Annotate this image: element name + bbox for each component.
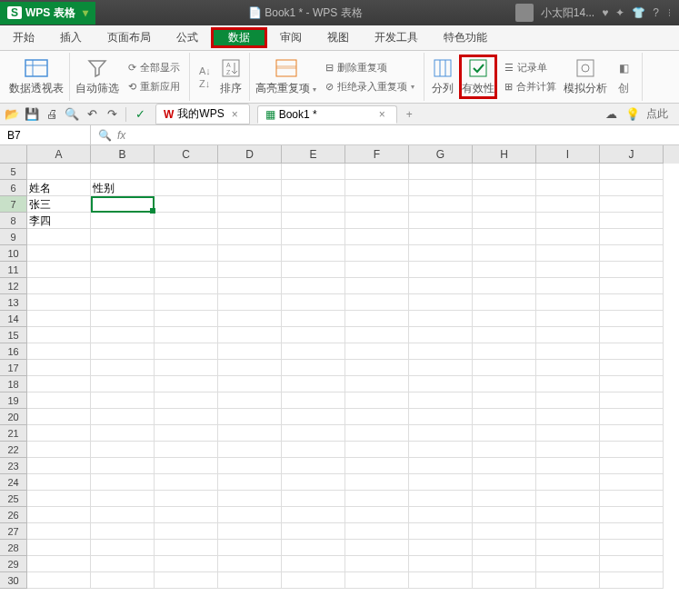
cell[interactable] (91, 278, 155, 294)
cell[interactable] (218, 442, 282, 458)
menu-start[interactable]: 开始 (0, 25, 47, 50)
cell[interactable] (91, 294, 155, 311)
cells-grid[interactable]: 姓名性别张三李四 (27, 164, 679, 616)
cell[interactable] (91, 540, 155, 556)
cell[interactable] (536, 442, 600, 458)
cell[interactable] (218, 425, 282, 442)
cell[interactable] (536, 245, 600, 262)
cell[interactable] (409, 376, 473, 392)
cell[interactable] (155, 392, 218, 409)
cell[interactable] (536, 229, 600, 245)
cell[interactable] (536, 458, 600, 474)
cell[interactable] (155, 213, 218, 229)
cell[interactable] (155, 523, 218, 540)
cell[interactable] (91, 229, 155, 245)
column-header[interactable]: I (536, 145, 600, 164)
cell[interactable] (155, 442, 218, 458)
cell[interactable] (27, 164, 91, 180)
row-header[interactable]: 18 (0, 376, 27, 392)
cell[interactable] (409, 245, 473, 262)
column-header[interactable]: J (600, 145, 664, 164)
add-tab-button[interactable]: + (401, 108, 418, 121)
cell[interactable] (282, 474, 345, 491)
cell[interactable] (155, 409, 218, 425)
cell[interactable] (600, 213, 664, 229)
row-header[interactable]: 13 (0, 294, 27, 311)
cell[interactable] (345, 442, 409, 458)
cell[interactable] (536, 327, 600, 343)
cell[interactable] (27, 245, 91, 262)
cell[interactable] (600, 229, 664, 245)
cell[interactable] (536, 425, 600, 442)
column-header[interactable]: C (155, 145, 218, 164)
cell[interactable] (218, 278, 282, 294)
cell[interactable] (473, 180, 536, 196)
cell[interactable] (155, 360, 218, 376)
cell[interactable] (600, 491, 664, 507)
cell[interactable] (282, 540, 345, 556)
cell[interactable] (218, 491, 282, 507)
cell[interactable] (91, 507, 155, 523)
cell[interactable] (218, 556, 282, 572)
cell[interactable] (409, 229, 473, 245)
cell[interactable] (282, 245, 345, 262)
cell[interactable] (600, 458, 664, 474)
cell[interactable] (473, 294, 536, 311)
cell[interactable] (218, 360, 282, 376)
cell[interactable] (282, 262, 345, 278)
whatif-button[interactable]: 模拟分析 (564, 57, 607, 96)
cell[interactable] (600, 196, 664, 213)
cell[interactable] (409, 213, 473, 229)
cell[interactable] (282, 311, 345, 327)
cell[interactable] (27, 523, 91, 540)
remove-dup-button[interactable]: ⊟ 删除重复项 (325, 59, 414, 76)
undo-icon[interactable]: ↶ (84, 106, 100, 123)
help-icon[interactable]: ? (653, 6, 659, 19)
cell[interactable] (27, 360, 91, 376)
cell[interactable] (282, 556, 345, 572)
row-header[interactable]: 30 (0, 572, 27, 589)
cell[interactable] (282, 507, 345, 523)
cell[interactable] (27, 294, 91, 311)
cell[interactable] (27, 262, 91, 278)
cell[interactable] (155, 507, 218, 523)
cell[interactable] (345, 572, 409, 589)
cell[interactable] (155, 229, 218, 245)
cell[interactable] (282, 327, 345, 343)
cell[interactable] (155, 556, 218, 572)
cell[interactable] (345, 507, 409, 523)
cell[interactable] (345, 278, 409, 294)
cell[interactable]: 性别 (91, 180, 155, 196)
pivot-button[interactable]: 数据透视表 (9, 57, 64, 96)
cell[interactable] (409, 409, 473, 425)
cell[interactable] (91, 196, 155, 213)
cell[interactable] (409, 311, 473, 327)
menu-insert[interactable]: 插入 (47, 25, 95, 50)
cell[interactable] (218, 458, 282, 474)
name-box[interactable] (0, 125, 91, 144)
cell[interactable] (282, 294, 345, 311)
cell[interactable] (27, 491, 91, 507)
print-icon[interactable]: 🖨 (44, 106, 60, 123)
cell[interactable] (218, 213, 282, 229)
cell[interactable] (91, 523, 155, 540)
cell[interactable] (600, 425, 664, 442)
cell[interactable] (600, 409, 664, 425)
cell[interactable] (473, 213, 536, 229)
cell[interactable] (91, 458, 155, 474)
cell[interactable] (536, 540, 600, 556)
column-header[interactable]: H (473, 145, 536, 164)
cell[interactable] (345, 213, 409, 229)
row-header[interactable]: 19 (0, 392, 27, 409)
bulb-icon[interactable]: 💡 (624, 106, 641, 123)
cell[interactable] (91, 213, 155, 229)
cell[interactable] (155, 491, 218, 507)
tab-mywps[interactable]: W 我的WPS × (155, 104, 250, 124)
text-to-columns-button[interactable]: 分列 (430, 57, 455, 96)
record-button[interactable]: ☰ 记录单 (504, 59, 556, 76)
cell[interactable] (91, 311, 155, 327)
cell[interactable] (218, 540, 282, 556)
cell[interactable] (345, 523, 409, 540)
cell[interactable] (345, 229, 409, 245)
row-header[interactable]: 22 (0, 442, 27, 458)
